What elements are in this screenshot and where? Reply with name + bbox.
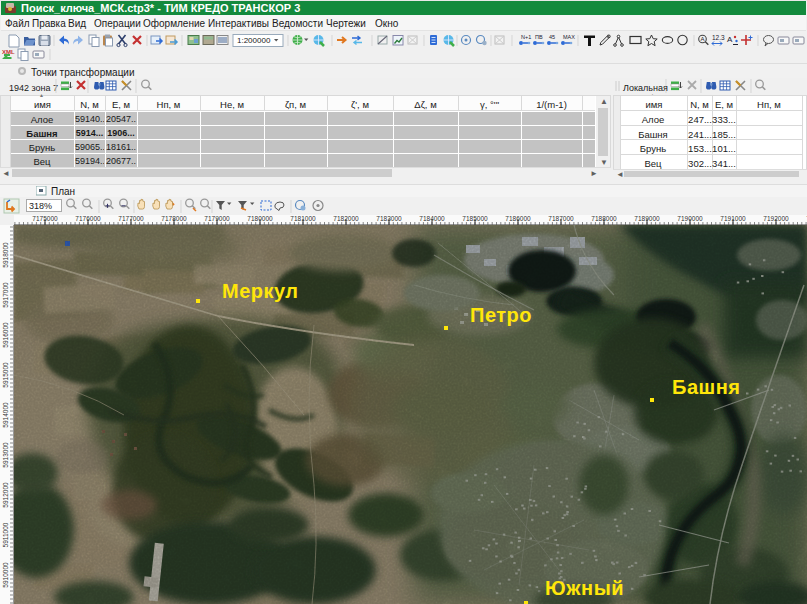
svg-text:Меркул: Меркул (222, 280, 299, 302)
svg-text:5917000: 5917000 (2, 282, 9, 308)
svg-text:5914000: 5914000 (2, 402, 9, 428)
svg-text:5918000: 5918000 (2, 242, 9, 268)
svg-text:5912000: 5912000 (2, 482, 9, 508)
svg-text:5915000: 5915000 (2, 362, 9, 388)
svg-text:12.3: 12.3 (712, 34, 725, 41)
svg-text:ПВ: ПВ (535, 34, 543, 40)
svg-text:Петро: Петро (470, 304, 532, 326)
svg-text:A: A (700, 36, 704, 42)
svg-text:45: 45 (549, 34, 555, 40)
svg-text:1:200000: 1:200000 (237, 36, 271, 45)
svg-text:5911000: 5911000 (2, 522, 9, 547)
svg-text:Башня: Башня (672, 376, 740, 398)
svg-text:Южный: Южный (545, 577, 624, 599)
svg-text:A: A (727, 35, 733, 44)
svg-text:MAX: MAX (563, 34, 575, 40)
svg-text:5913000: 5913000 (2, 442, 9, 468)
svg-text:5916000: 5916000 (2, 322, 9, 348)
svg-text:N+1: N+1 (521, 34, 531, 40)
svg-text:5910000: 5910000 (2, 562, 9, 588)
